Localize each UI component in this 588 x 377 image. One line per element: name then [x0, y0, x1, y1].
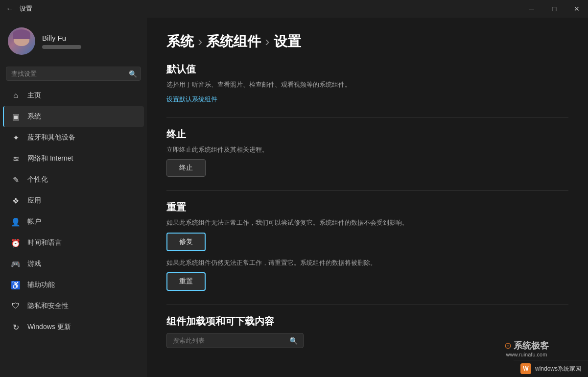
- title-bar-left: ← 设置: [6, 4, 32, 13]
- sidebar-item-bluetooth[interactable]: ✦蓝牙和其他设备: [3, 127, 144, 148]
- section-terminate: 终止 立即终止此系统组件及其相关进程。 终止: [166, 128, 568, 177]
- sidebar-item-label-gaming: 游戏: [27, 259, 41, 268]
- sidebar-item-system[interactable]: ▣系统: [3, 106, 144, 127]
- watermark-site: 系统极客: [514, 340, 549, 352]
- badge-label: windows系统家园: [535, 365, 581, 373]
- sidebar-item-time[interactable]: ⏰时间和语言: [3, 233, 144, 253]
- search-box: 🔍: [6, 67, 141, 81]
- sidebar-item-apps[interactable]: ❖应用: [3, 190, 144, 211]
- search-list-icon: 🔍: [289, 337, 298, 345]
- sidebar-item-label-apps: 应用: [27, 196, 41, 205]
- watermark-url: www.ruinafu.com: [506, 352, 547, 357]
- repair-button[interactable]: 修复: [166, 233, 206, 251]
- section-reset: 重置 如果此系统组件无法正常工作，我们可以尝试修复它。系统组件的数据不会受到影响…: [166, 201, 568, 291]
- addons-title: 组件加载项和可下载内容: [166, 315, 568, 328]
- time-icon: ⏰: [11, 238, 21, 248]
- search-list-input[interactable]: [166, 333, 304, 348]
- system-icon: ▣: [11, 112, 21, 121]
- badge-icon: W: [520, 363, 531, 374]
- reset-button[interactable]: 重置: [166, 272, 206, 291]
- sidebar-item-home[interactable]: ⌂主页: [3, 85, 144, 106]
- breadcrumb-part1: 系统: [166, 32, 194, 51]
- sidebar-item-label-accessibility: 辅助功能: [27, 281, 55, 289]
- defaults-link[interactable]: 设置默认系统组件: [166, 95, 217, 103]
- sidebar-item-label-privacy: 隐私和安全性: [27, 302, 69, 310]
- section-defaults: 默认值 选择用于听音乐、查看照片、检查邮件、观看视频等的系统组件。 设置默认系统…: [166, 63, 568, 104]
- content-area: 系统 › 系统组件 › 设置 默认值 选择用于听音乐、查看照片、检查邮件、观看视…: [147, 18, 588, 377]
- apps-icon: ❖: [11, 196, 21, 206]
- sidebar-item-privacy[interactable]: 🛡隐私和安全性: [3, 296, 144, 316]
- sidebar-item-network[interactable]: ≋网络和 Internet: [3, 148, 144, 169]
- network-icon: ≋: [11, 154, 21, 164]
- sidebar-item-label-home: 主页: [27, 91, 41, 100]
- sidebar-item-label-time: 时间和语言: [27, 238, 62, 247]
- sidebar-item-accounts[interactable]: 👤帐户: [3, 212, 144, 232]
- sidebar-item-label-personalization: 个性化: [27, 175, 48, 184]
- title-bar: ← 设置 ─ □ ✕: [0, 0, 588, 18]
- sidebar-item-label-windows-update: Windows 更新: [27, 323, 71, 331]
- breadcrumb-part2: 系统组件: [206, 32, 261, 51]
- minimize-button[interactable]: ─: [520, 0, 543, 18]
- terminate-title: 终止: [166, 128, 568, 141]
- user-tag: [42, 45, 81, 49]
- breadcrumb-sep1: ›: [198, 34, 202, 49]
- reset-desc2: 如果此系统组件仍然无法正常工作，请重置它。系统组件的数据将被删除。: [166, 258, 568, 268]
- main-layout: Billy Fu 🔍 ⌂主页▣系统✦蓝牙和其他设备≋网络和 Internet✎个…: [0, 18, 588, 377]
- nav-list: ⌂主页▣系统✦蓝牙和其他设备≋网络和 Internet✎个性化❖应用👤帐户⏰时间…: [0, 85, 147, 338]
- maximize-button[interactable]: □: [543, 0, 565, 18]
- windows-update-icon: ↻: [11, 322, 21, 332]
- bottom-badge: W windows系统家园: [514, 360, 588, 377]
- user-info: Billy Fu: [42, 34, 81, 49]
- back-button[interactable]: ←: [6, 4, 14, 13]
- accounts-icon: 👤: [11, 217, 21, 227]
- sidebar-item-gaming[interactable]: 🎮游戏: [3, 254, 144, 274]
- gaming-icon: 🎮: [11, 259, 21, 269]
- sidebar-item-personalization[interactable]: ✎个性化: [3, 169, 144, 190]
- window-controls: ─ □ ✕: [520, 0, 588, 18]
- reset-title: 重置: [166, 201, 568, 214]
- search-input[interactable]: [6, 67, 141, 81]
- sidebar-item-label-accounts: 帐户: [27, 217, 41, 226]
- divider-3: [166, 305, 568, 305]
- user-section[interactable]: Billy Fu: [0, 18, 147, 65]
- accessibility-icon: ♿: [11, 280, 21, 290]
- sidebar-item-label-network: 网络和 Internet: [27, 154, 73, 163]
- reset-desc1: 如果此系统组件无法正常工作，我们可以尝试修复它。系统组件的数据不会受到影响。: [166, 218, 568, 228]
- divider-2: [166, 190, 568, 191]
- sidebar-item-label-system: 系统: [27, 112, 41, 121]
- privacy-icon: 🛡: [11, 301, 21, 311]
- breadcrumb: 系统 › 系统组件 › 设置: [166, 32, 568, 51]
- terminate-button[interactable]: 终止: [166, 159, 206, 177]
- terminate-desc: 立即终止此系统组件及其相关进程。: [166, 145, 568, 155]
- sidebar: Billy Fu 🔍 ⌂主页▣系统✦蓝牙和其他设备≋网络和 Internet✎个…: [0, 18, 147, 377]
- personalization-icon: ✎: [11, 175, 21, 185]
- sidebar-item-windows-update[interactable]: ↻Windows 更新: [3, 317, 144, 337]
- close-button[interactable]: ✕: [565, 0, 588, 18]
- breadcrumb-sep2: ›: [265, 34, 269, 49]
- search-icon: 🔍: [129, 70, 137, 78]
- defaults-desc: 选择用于听音乐、查看照片、检查邮件、观看视频等的系统组件。: [166, 80, 568, 90]
- breadcrumb-part3: 设置: [274, 32, 301, 51]
- bluetooth-icon: ✦: [11, 133, 21, 142]
- home-icon: ⌂: [11, 91, 21, 100]
- sidebar-item-accessibility[interactable]: ♿辅助功能: [3, 275, 144, 295]
- user-name: Billy Fu: [42, 34, 81, 42]
- sidebar-item-label-bluetooth: 蓝牙和其他设备: [27, 133, 75, 142]
- avatar: [8, 27, 35, 55]
- window-title: 设置: [20, 4, 32, 13]
- divider-1: [166, 118, 568, 118]
- defaults-title: 默认值: [166, 63, 568, 76]
- watermark: ⊙ 系统极客 www.ruinafu.com: [504, 340, 549, 357]
